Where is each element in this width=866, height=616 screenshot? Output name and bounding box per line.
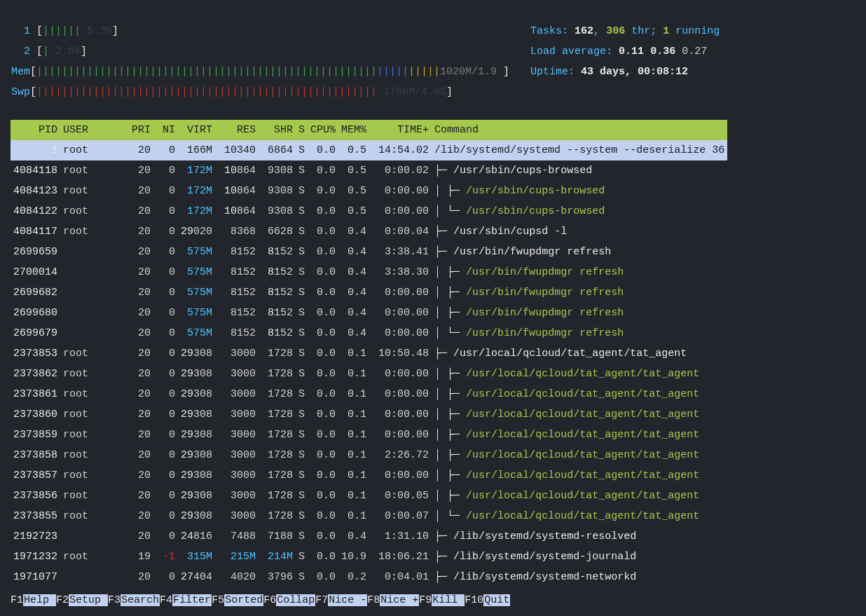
table-row[interactable]: 2373856root2002930830001728S0.00.10:00.0… <box>11 486 727 506</box>
htop-screen[interactable]: 1 [|||||| 5.3%]2 [| 2.6%]Mem[|||||||||||… <box>0 0 866 616</box>
top-section: 1 [|||||| 5.3%]2 [| 2.6%]Mem[|||||||||||… <box>11 21 855 102</box>
cell-pri: 20 <box>123 506 153 526</box>
cell-pri: 20 <box>123 282 153 303</box>
cell-shr: 1728 <box>259 404 296 425</box>
cell-virt: 29308 <box>178 343 215 364</box>
col-mem[interactable]: MEM% <box>338 120 369 140</box>
table-row[interactable]: 4084118root200172M108649308S0.00.50:00.0… <box>11 160 727 181</box>
cell-res: 8152 <box>215 303 259 323</box>
table-header[interactable]: PID USER PRI NI VIRT RES SHR S CPU% MEM%… <box>11 120 727 140</box>
cell-mem: 0.1 <box>338 384 369 404</box>
cell-res: 10340 <box>215 140 259 160</box>
cell-mem: 0.5 <box>338 160 369 181</box>
cell-res: 3000 <box>215 404 259 425</box>
col-pid[interactable]: PID <box>11 120 60 140</box>
cell-ni: 0 <box>153 303 178 323</box>
table-row[interactable]: 2373860root2002930830001728S0.00.10:00.0… <box>11 404 727 425</box>
cell-pri: 20 <box>123 404 153 425</box>
table-row[interactable]: 1971077 2002740440203796S0.00.20:04.01├─… <box>11 567 727 587</box>
cell-pid: 2373861 <box>11 384 60 404</box>
cell-pri: 20 <box>123 486 153 506</box>
fkey-f5[interactable]: F5Sorted <box>212 594 263 606</box>
cell-virt: 29308 <box>178 364 215 384</box>
cell-shr: 3796 <box>259 567 296 587</box>
table-row[interactable]: 2699680 200575M81528152S0.00.40:00.00│ ├… <box>11 303 727 323</box>
fkey-f3[interactable]: F3Search <box>108 594 160 606</box>
table-row[interactable]: 2699659 200575M81528152S0.00.43:38.41├─ … <box>11 242 727 262</box>
cell-virt: 29308 <box>178 486 215 506</box>
cell-command: ├─ /lib/systemd/systemd-resolved <box>432 526 727 547</box>
table-row[interactable]: 4084123root200172M108649308S0.00.50:00.0… <box>11 181 727 201</box>
cell-shr: 9308 <box>259 181 296 201</box>
cell-ni: 0 <box>153 343 178 364</box>
table-row[interactable]: 1971232root19-1315M215M214MS0.010.918:06… <box>11 547 727 567</box>
fkey-f9[interactable]: F9Kill <box>419 594 465 606</box>
cell-pri: 19 <box>123 547 153 567</box>
cell-mem: 0.4 <box>338 303 369 323</box>
cell-virt: 575M <box>178 323 215 343</box>
cell-res: 3000 <box>215 425 259 445</box>
col-ni[interactable]: NI <box>153 120 178 140</box>
cpu-meter-2: 2 [| 2.6%] <box>11 41 509 62</box>
table-row[interactable]: 2373855root2002930830001728S0.00.10:00.0… <box>11 506 727 526</box>
cell-pri: 20 <box>123 425 153 445</box>
table-row[interactable]: 4084117root2002902083686628S0.00.40:00.0… <box>11 221 727 242</box>
table-row[interactable]: 2373853root2002930830001728S0.00.110:50.… <box>11 343 727 364</box>
table-row[interactable]: 2192723 2002481674887188S0.00.41:31.10├─… <box>11 526 727 547</box>
fkey-f1[interactable]: F1Help <box>11 594 56 606</box>
col-state[interactable]: S <box>296 120 308 140</box>
cell-state: S <box>296 526 308 547</box>
table-row[interactable]: 2373858root2002930830001728S0.00.12:26.7… <box>11 445 727 465</box>
cell-state: S <box>296 384 308 404</box>
col-shr[interactable]: SHR <box>259 120 296 140</box>
cell-pid: 2699680 <box>11 303 60 323</box>
table-row[interactable]: 2373857root2002930830001728S0.00.10:00.0… <box>11 465 727 486</box>
cell-res: 215M <box>215 547 259 567</box>
cell-user: root <box>60 201 123 221</box>
fkey-f2[interactable]: F2Setup <box>56 594 108 606</box>
cell-time: 0:00.00 <box>369 384 432 404</box>
cell-virt: 315M <box>178 547 215 567</box>
table-row[interactable]: 2373861root2002930830001728S0.00.10:00.0… <box>11 384 727 404</box>
cell-pri: 20 <box>123 242 153 262</box>
table-row[interactable]: 4084122root200172M108649308S0.00.50:00.0… <box>11 201 727 221</box>
cell-state: S <box>296 404 308 425</box>
cell-time: 0:00.00 <box>369 465 432 486</box>
fkey-f6[interactable]: F6Collap <box>263 594 315 606</box>
cell-command: │ ├─ /usr/bin/fwupdmgr refresh <box>432 262 727 282</box>
col-user[interactable]: USER <box>60 120 123 140</box>
col-virt[interactable]: VIRT <box>178 120 215 140</box>
cell-res: 3000 <box>215 343 259 364</box>
cell-shr: 1728 <box>259 364 296 384</box>
cell-time: 0:00.00 <box>369 404 432 425</box>
cell-ni: 0 <box>153 160 178 181</box>
cell-user: root <box>60 140 123 160</box>
table-row[interactable]: 2373862root2002930830001728S0.00.10:00.0… <box>11 364 727 384</box>
table-row[interactable]: 1root200166M103406864S0.00.514:54.02/lib… <box>11 140 727 160</box>
process-table[interactable]: PID USER PRI NI VIRT RES SHR S CPU% MEM%… <box>11 120 727 587</box>
fkey-f7[interactable]: F7Nice - <box>315 594 367 606</box>
table-row[interactable]: 2373859root2002930830001728S0.00.10:00.0… <box>11 425 727 445</box>
fkey-f4[interactable]: F4Filter <box>160 594 212 606</box>
col-cpu[interactable]: CPU% <box>308 120 338 140</box>
cell-user <box>60 526 123 547</box>
fkey-f10[interactable]: F10Quit <box>465 594 510 606</box>
col-time[interactable]: TIME+ <box>369 120 432 140</box>
table-row[interactable]: 2699679 200575M81528152S0.00.40:00.00│ └… <box>11 323 727 343</box>
cell-mem: 10.9 <box>338 547 369 567</box>
col-res[interactable]: RES <box>215 120 259 140</box>
cell-mem: 0.4 <box>338 221 369 242</box>
cell-time: 0:00.00 <box>369 323 432 343</box>
table-row[interactable]: 2700014 200575M81528152S0.00.43:38.30│ ├… <box>11 262 727 282</box>
col-pri[interactable]: PRI <box>123 120 153 140</box>
table-row[interactable]: 2699682 200575M81528152S0.00.40:00.00│ ├… <box>11 282 727 303</box>
cell-time: 0:00.04 <box>369 221 432 242</box>
cell-shr: 1728 <box>259 445 296 465</box>
cell-pri: 20 <box>123 364 153 384</box>
fkey-f8[interactable]: F8Nice + <box>367 594 419 606</box>
cell-user: root <box>60 364 123 384</box>
cpu-meter-1: 1 [|||||| 5.3%] <box>11 21 509 41</box>
cell-user: root <box>60 404 123 425</box>
cell-virt: 166M <box>178 140 215 160</box>
col-command[interactable]: Command <box>432 120 727 140</box>
